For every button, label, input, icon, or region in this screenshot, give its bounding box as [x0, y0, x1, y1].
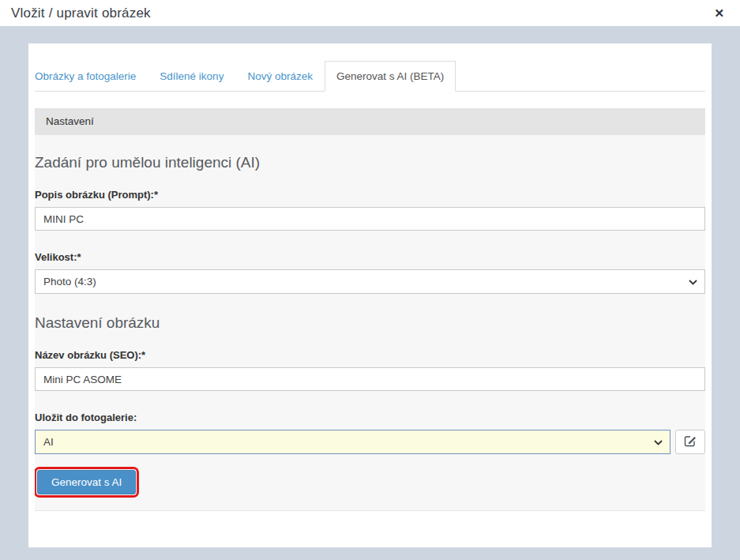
seo-name-label: Název obrázku (SEO):*	[35, 349, 705, 361]
modal-header: Vložit / upravit obrázek ✕	[0, 0, 740, 26]
generate-button-row: Generovat s AI	[35, 470, 705, 494]
prompt-input[interactable]	[35, 207, 705, 231]
size-select-wrap: Photo (4:3)	[35, 269, 705, 294]
modal-title: Vložit / upravit obrázek	[11, 6, 151, 21]
prompt-field-group: Popis obrázku (Prompt):*	[35, 189, 705, 231]
settings-panel-body: Zadání pro umělou inteligenci (AI) Popis…	[35, 135, 705, 511]
seo-name-input[interactable]	[35, 367, 705, 391]
tab-bar: Obrázky a fotogalerie Sdílené ikony Nový…	[35, 50, 705, 92]
settings-panel-heading: Nastavení	[35, 108, 705, 135]
close-icon[interactable]: ✕	[709, 6, 729, 21]
prompt-label: Popis obrázku (Prompt):*	[35, 189, 705, 201]
tab-new-image[interactable]: Nový obrázek	[235, 62, 325, 91]
size-field-group: Velikost:* Photo (4:3)	[35, 251, 705, 294]
image-section-heading: Nastavení obrázku	[35, 314, 705, 332]
edit-pencil-square-icon	[684, 434, 697, 449]
size-label: Velikost:*	[35, 251, 705, 263]
settings-panel: Nastavení Zadání pro umělou inteligenci …	[35, 108, 705, 511]
seo-name-field-group: Název obrázku (SEO):*	[35, 349, 705, 391]
generate-ai-button[interactable]: Generovat s AI	[37, 470, 136, 494]
gallery-select-wrap: AI	[35, 430, 671, 454]
tab-shared-icons[interactable]: Sdílené ikony	[148, 62, 235, 91]
edit-gallery-button[interactable]	[675, 430, 705, 454]
ai-section-heading: Zadání pro umělou inteligenci (AI)	[35, 154, 705, 171]
gallery-row: AI	[35, 430, 705, 454]
tab-generate-ai[interactable]: Generovat s AI (BETA)	[325, 61, 456, 92]
gallery-select[interactable]: AI	[35, 430, 671, 454]
modal-card: Obrázky a fotogalerie Sdílené ikony Nový…	[28, 43, 712, 547]
gallery-label: Uložit do fotogalerie:	[35, 412, 705, 423]
gallery-field-group: Uložit do fotogalerie: AI	[35, 412, 705, 454]
size-select[interactable]: Photo (4:3)	[35, 269, 705, 294]
tab-images-gallery[interactable]: Obrázky a fotogalerie	[35, 62, 148, 91]
